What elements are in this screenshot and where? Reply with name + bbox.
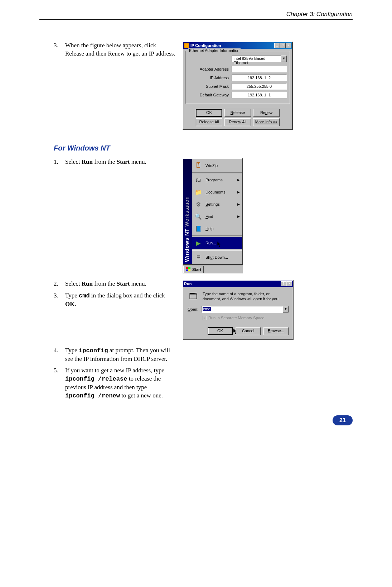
menu-item-documents[interactable]: 📁 Documents▶ [192,186,242,198]
separate-memory-checkbox: ✓ Run in Separate Memory Space [203,316,289,320]
menu-item-help[interactable]: 📘 Help [192,223,242,235]
more-info-button[interactable]: More Info >> [253,118,280,126]
dropdown-arrow-icon[interactable]: ▼ [281,56,287,62]
step-text: If you want to get a new IP address, typ… [65,367,175,400]
list-num: 3. [54,292,65,309]
run-description: Type the name of a program, folder, or d… [203,291,289,302]
run-dialog: Run ? × 🗔 Type the name of a program, fo… [183,280,294,340]
menu-item-run[interactable]: ▶ Run... [192,237,242,249]
shutdown-icon: 🖥 [194,253,203,262]
menu-item-settings[interactable]: ⚙ Settings▶ [192,198,242,210]
winzip-icon: 🗄 [194,161,203,170]
ip-config-window: IP Configuration _ □ × Ethernet Adapter … [183,42,293,130]
cancel-button[interactable]: Cancel [236,327,261,335]
section-heading: For Windows NT [54,144,353,152]
list-num: 5. [54,367,65,400]
window-title: IP Configuration [190,43,221,48]
taskbar: Start [183,265,243,273]
ok-button[interactable]: OK [196,109,222,117]
dropdown-arrow-icon[interactable]: ▼ [283,306,289,312]
step-text: Select Run from the Start menu. [65,158,175,166]
minimize-button[interactable]: _ [274,43,280,48]
subnet-mask-label: Subnet Mask [189,84,232,89]
header-rule [39,19,353,20]
list-num: 3. [54,42,65,58]
menu-item-find[interactable]: 🔍 Find▶ [192,210,242,223]
page-number: 21 [333,415,353,425]
chapter-label: Chapter 3: Configuration [39,11,353,18]
browse-button[interactable]: Browse... [263,327,289,335]
windows-flag-icon [186,267,191,272]
groupbox-label: Ethernet Adapter Information [188,48,241,53]
menu-item-winzip[interactable]: 🗄 WinZip [192,159,242,172]
ip-address-value: 192.168. 1 .2 [232,75,287,81]
menu-item-shutdown[interactable]: 🖥 Shut Down... [192,251,242,263]
list-num: 2. [54,280,65,288]
close-button[interactable]: × [286,43,291,48]
step-text: When the figure below appears, click Rel… [65,42,175,58]
run-dialog-icon: 🗔 [188,291,199,301]
help-button[interactable]: ? [281,281,286,286]
adapter-address-value [232,66,287,72]
step-text: Type ipconfig at prompt. Then you will s… [65,347,175,363]
run-title: Run [184,282,192,286]
start-menu-banner: Windows NT Workstation [183,159,192,264]
default-gateway-value: 192.168. 1 .1 [232,92,287,98]
step-text: Select Run from the Start menu. [65,280,175,288]
list-num: 1. [54,158,65,166]
ok-button[interactable]: OK [208,327,233,335]
documents-icon: 📁 [194,188,203,196]
app-icon [184,43,189,48]
close-button[interactable]: × [286,281,292,286]
adapter-address-label: Adapter Address [189,67,232,71]
release-all-button[interactable]: Release All [196,118,222,126]
list-num: 4. [54,347,65,363]
adapter-dropdown[interactable]: Intel 82595-Based Ethernet [232,56,281,62]
run-icon: ▶ [194,239,203,247]
open-label: Open: [188,307,198,311]
renew-button[interactable]: Renew [253,109,280,117]
renew-all-button[interactable]: Renew All [224,118,251,126]
start-menu: Windows NT Workstation 🗄 WinZip 🗂 Progra… [183,158,243,265]
maximize-button[interactable]: □ [280,43,286,48]
open-input[interactable]: cmd [201,306,283,313]
settings-icon: ⚙ [194,200,203,209]
step-text: Type cmd in the dialog box and the click… [65,292,175,309]
ip-address-label: IP Address [189,76,232,80]
find-icon: 🔍 [194,212,203,221]
default-gateway-label: Default Gateway [189,93,232,97]
programs-icon: 🗂 [194,176,203,184]
help-icon: 📘 [194,224,203,233]
menu-item-programs[interactable]: 🗂 Programs▶ [192,174,242,186]
subnet-mask-value: 255.255.255.0 [232,83,287,90]
start-button[interactable]: Start [183,266,204,273]
release-button[interactable]: Release [224,109,251,117]
